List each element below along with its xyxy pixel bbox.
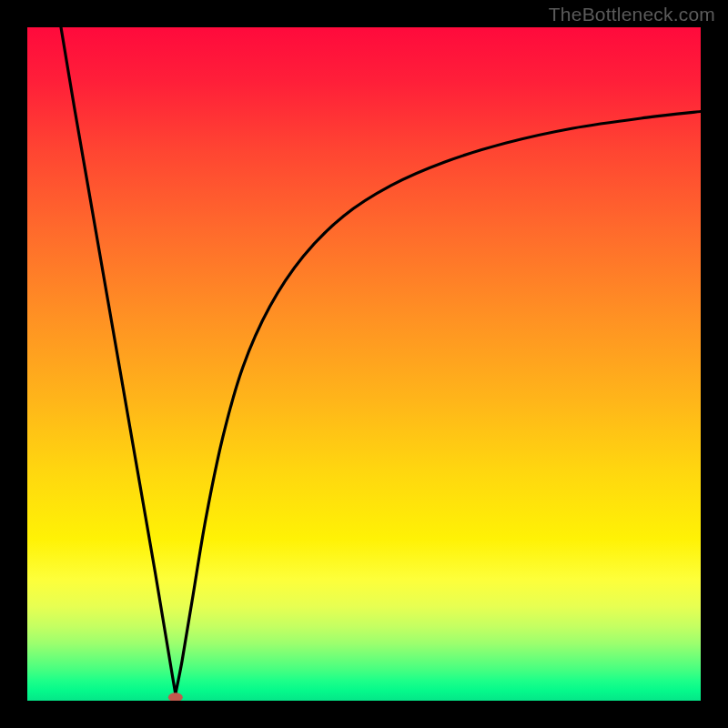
watermark-text: TheBottleneck.com xyxy=(549,4,715,25)
chart-frame: TheBottleneck.com xyxy=(0,0,728,728)
plot-background-gradient xyxy=(27,27,701,701)
